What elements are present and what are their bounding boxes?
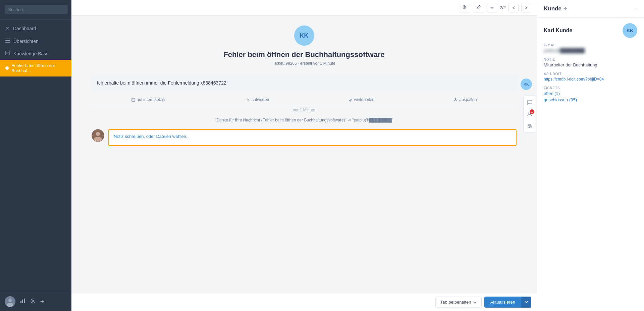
active-dot xyxy=(5,66,9,70)
pagination-text: 2/2 xyxy=(500,5,506,10)
dashboard-icon: ⊙ xyxy=(5,25,10,32)
dropdown-button[interactable] xyxy=(487,3,497,12)
message-container: Ich erhalte beim öffnen immer die Fehler… xyxy=(92,75,517,105)
auto-reply-text: "Danke für Ihre Nachricht (Fehler beim ö… xyxy=(92,118,517,122)
sidebar-nav: ⊙ Dashboard Übersichten Knowledg xyxy=(0,19,71,292)
svg-rect-10 xyxy=(22,300,23,303)
geschlossen-tickets-link[interactable]: geschlossen (35) xyxy=(544,97,637,102)
next-button[interactable] xyxy=(521,3,531,12)
badge-count: 1 xyxy=(530,109,534,114)
composer-avatar xyxy=(92,129,104,142)
compose-input[interactable]: Notiz schreiben, oder Dateien wählen.. xyxy=(108,129,517,146)
sidebar-item-uebersichten[interactable]: Übersichten xyxy=(0,35,71,47)
sidebar-active-ticket[interactable]: Fehler beim öffnen der Buchhal... xyxy=(0,60,71,76)
svg-point-17 xyxy=(454,100,455,101)
sidebar-header xyxy=(0,0,71,19)
svg-rect-11 xyxy=(24,299,25,303)
stats-icon[interactable] xyxy=(20,298,25,305)
sidebar-footer: + xyxy=(0,292,71,311)
ticket-toolbar: 2/2 xyxy=(71,0,537,15)
sidebar-item-label: Knowledge Base xyxy=(13,51,49,56)
svg-point-7 xyxy=(8,299,12,302)
offen-tickets-link[interactable]: offen (1) xyxy=(544,91,637,96)
ticket-body: KK Fehler beim öffnen der Buchhaltungsso… xyxy=(71,15,537,293)
svg-rect-1 xyxy=(5,40,10,41)
aktualisieren-dropdown-button[interactable] xyxy=(521,297,531,308)
svg-point-18 xyxy=(456,100,457,101)
right-panel-header: Kunde → xyxy=(537,0,644,18)
action-intern[interactable]: auf intern setzen xyxy=(131,97,167,102)
customer-info: Karl Kunde KK E-MAIL patblu@████████ NOT… xyxy=(537,18,644,109)
message-text: Ich erhalte beim öffnen immer die Fehler… xyxy=(97,80,226,86)
notiz-label: NOTIZ xyxy=(544,58,637,61)
main-area: 2/2 KK Fehler beim öffnen der Buchhaltun… xyxy=(71,0,537,311)
customer-avatar: KK xyxy=(623,23,637,38)
person-icon-button[interactable]: 1 xyxy=(524,108,536,120)
message-timestamp: vor 1 Minute xyxy=(92,108,517,112)
svg-rect-9 xyxy=(20,301,21,303)
action-weiterleiten[interactable]: weiterleiten xyxy=(348,97,374,102)
message-actions: auf intern setzen antworten weiterleiten xyxy=(92,95,517,105)
sidebar: ⊙ Dashboard Übersichten Knowledg xyxy=(0,0,71,311)
action-antworten[interactable]: antworten xyxy=(246,97,269,102)
svg-point-8 xyxy=(7,303,13,307)
bottom-bar: Tab beibehalten Aktualisieren xyxy=(71,293,537,311)
edit-button[interactable] xyxy=(473,3,484,12)
print-icon-button[interactable] xyxy=(524,120,536,132)
settings-button[interactable] xyxy=(459,3,470,12)
sidebar-item-label: Dashboard xyxy=(13,26,36,31)
settings-icon[interactable] xyxy=(30,298,36,305)
svg-point-20 xyxy=(96,132,100,136)
pagination: 2/2 xyxy=(500,5,506,10)
tab-keep-label: Tab beibehalten xyxy=(440,300,471,305)
book-icon xyxy=(5,51,10,56)
svg-rect-24 xyxy=(529,126,531,127)
side-icon-panel: 1 xyxy=(523,96,536,133)
customer-top: Karl Kunde KK xyxy=(544,23,637,38)
svg-point-21 xyxy=(94,137,102,142)
sidebar-item-knowledge-base[interactable]: Knowledge Base xyxy=(0,47,71,60)
svg-rect-4 xyxy=(6,52,9,52)
panel-title: Kunde xyxy=(544,5,567,12)
user-avatar[interactable] xyxy=(5,296,15,307)
add-icon[interactable]: + xyxy=(40,298,44,306)
compose-placeholder-text: Notiz schreiben, oder xyxy=(114,134,156,139)
svg-point-16 xyxy=(455,98,456,99)
svg-rect-5 xyxy=(6,53,8,53)
ticket-title: Fehler beim öffnen der Buchhaltungssoftw… xyxy=(92,50,517,59)
svg-point-15 xyxy=(132,99,132,99)
chat-icon-button[interactable] xyxy=(524,96,536,108)
ticket-customer-avatar: KK xyxy=(294,25,314,46)
active-ticket-label: Fehler beim öffnen der Buchhal... xyxy=(11,63,66,73)
email-value: patblu@████████ xyxy=(544,48,637,53)
compose-area: Notiz schreiben, oder Dateien wählen.. xyxy=(92,129,517,146)
api-label: AP I-DOIT xyxy=(544,72,637,76)
customer-name: Karl Kunde xyxy=(544,28,572,34)
tab-keep-button[interactable]: Tab beibehalten xyxy=(435,297,482,308)
email-label: E-MAIL xyxy=(544,43,637,47)
ticket-meta: Ticket#99265 · erstellt vor 1 Minute xyxy=(92,61,517,66)
message-block: Ich erhalte beim öffnen immer die Fehler… xyxy=(92,75,517,91)
api-link[interactable]: https://cmdb.i-doit.com/?objID=84 xyxy=(544,77,637,82)
list-icon xyxy=(5,38,10,44)
action-abspalten[interactable]: abspalten xyxy=(454,97,477,102)
ticket-header-section: KK Fehler beim öffnen der Buchhaltungsso… xyxy=(92,25,517,66)
tickets-label: TICKETS xyxy=(544,86,637,90)
search-input[interactable] xyxy=(5,5,68,14)
message-sender-avatar: KK xyxy=(521,79,532,90)
aktualisieren-button[interactable]: Aktualisieren xyxy=(484,297,521,308)
panel-expand-icon[interactable]: → xyxy=(633,6,637,11)
aktualisieren-btn-group: Aktualisieren xyxy=(484,297,531,308)
sidebar-item-dashboard[interactable]: ⊙ Dashboard xyxy=(0,22,71,35)
svg-rect-2 xyxy=(5,42,10,43)
prev-button[interactable] xyxy=(508,3,519,12)
svg-rect-0 xyxy=(5,39,10,39)
svg-rect-25 xyxy=(529,127,530,127)
right-sidebar: Kunde → Karl Kunde KK E-MAIL patblu@████… xyxy=(537,0,644,311)
notiz-value: Mitarbeiter der Buchhaltung xyxy=(544,62,637,67)
sidebar-item-label: Übersichten xyxy=(13,39,39,44)
compose-link[interactable]: Dateien wählen.. xyxy=(156,134,189,139)
